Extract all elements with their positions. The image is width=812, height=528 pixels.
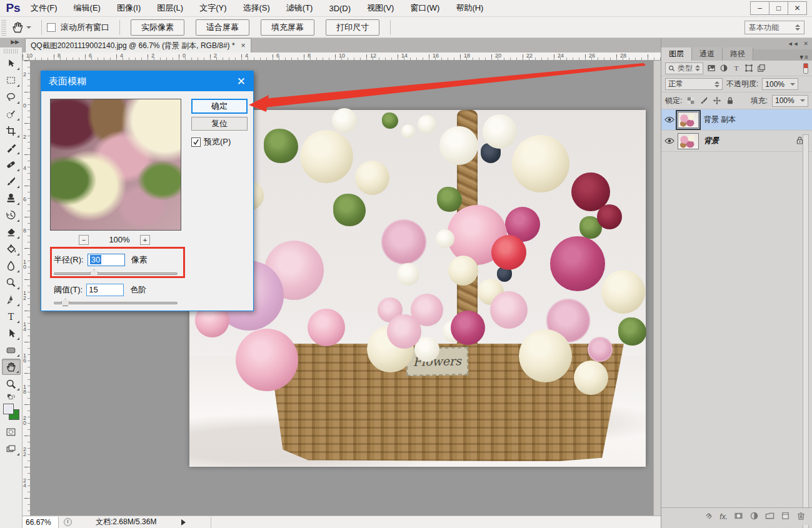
menu-9[interactable]: 窗口(W) bbox=[402, 0, 448, 17]
paint-bucket-tool[interactable] bbox=[2, 241, 21, 257]
delete-layer-icon[interactable] bbox=[796, 511, 806, 522]
hand-tool[interactable] bbox=[2, 359, 21, 375]
brush-tool[interactable] bbox=[2, 173, 21, 189]
menu-3[interactable]: 图层(L) bbox=[149, 0, 191, 17]
clone-stamp-tool[interactable] bbox=[2, 190, 21, 206]
dialog-close-icon[interactable]: ✕ bbox=[237, 75, 246, 88]
layer-row-background[interactable]: 背景 bbox=[661, 131, 812, 152]
add-mask-icon[interactable] bbox=[734, 511, 743, 522]
screen-mode-button[interactable] bbox=[2, 441, 21, 457]
menu-10[interactable]: 帮助(H) bbox=[448, 0, 491, 17]
threshold-slider[interactable] bbox=[54, 299, 178, 306]
quick-mask-button[interactable] bbox=[2, 424, 21, 440]
fill-combo[interactable]: 100% bbox=[772, 95, 808, 107]
preview-checkbox-row[interactable]: 预览(P) bbox=[191, 136, 231, 147]
menu-0[interactable]: 文件(F) bbox=[23, 0, 66, 17]
move-tool[interactable] bbox=[2, 55, 21, 71]
zoom-tool[interactable] bbox=[2, 376, 21, 392]
opacity-combo[interactable]: 100% bbox=[762, 78, 798, 90]
tools-grip[interactable] bbox=[4, 49, 18, 54]
eraser-tool[interactable] bbox=[2, 224, 21, 240]
pen-tool[interactable] bbox=[2, 291, 21, 307]
panel-menu-icon[interactable]: ▼≡ bbox=[798, 54, 808, 61]
minimize-button[interactable]: – bbox=[750, 1, 769, 15]
blur-preview-thumbnail[interactable] bbox=[50, 99, 181, 231]
dialog-titlebar[interactable]: 表面模糊 ✕ bbox=[41, 71, 253, 91]
shape-tool[interactable] bbox=[2, 342, 21, 358]
threshold-slider-thumb[interactable] bbox=[61, 299, 69, 306]
lasso-tool[interactable] bbox=[2, 89, 21, 105]
filter-toggle-switch[interactable] bbox=[803, 63, 808, 74]
filter-kind-combo[interactable]: 类型 bbox=[665, 62, 703, 74]
panel-close-icon[interactable]: ✕ bbox=[803, 41, 808, 47]
document-tab[interactable]: QQ截图20201119002140.jpg @ 66.7% (背景 副本, R… bbox=[25, 38, 251, 52]
lock-position-icon[interactable] bbox=[713, 96, 721, 105]
filter-type-layers-icon[interactable]: T bbox=[732, 64, 741, 72]
swap-colors-icon[interactable] bbox=[7, 394, 16, 401]
workspace-selector[interactable]: 基本功能 bbox=[744, 21, 804, 34]
layer-visibility-toggle[interactable] bbox=[661, 116, 678, 123]
layer-name[interactable]: 背景 副本 bbox=[704, 114, 736, 125]
actual-pixels-button[interactable]: 实际像素 bbox=[131, 19, 184, 36]
layer-thumbnail[interactable] bbox=[678, 133, 699, 149]
threshold-slider-track[interactable] bbox=[54, 302, 178, 304]
menu-7[interactable]: 3D(D) bbox=[321, 0, 359, 17]
fit-screen-button[interactable]: 适合屏幕 bbox=[196, 19, 249, 36]
spot-healing-tool[interactable] bbox=[2, 156, 21, 172]
path-selection-tool[interactable] bbox=[2, 325, 21, 341]
blur-tool[interactable] bbox=[2, 257, 21, 274]
preview-checkbox[interactable] bbox=[191, 137, 201, 147]
options-grip[interactable] bbox=[1, 19, 6, 36]
preview-zoom-in-button[interactable]: + bbox=[140, 235, 150, 245]
layer-row-background-copy[interactable]: 背景 副本 bbox=[661, 109, 812, 131]
hand-tool-preset[interactable] bbox=[11, 21, 31, 34]
zoom-level-field[interactable]: 66.67% bbox=[23, 517, 59, 528]
lock-pixels-icon[interactable] bbox=[699, 96, 708, 105]
tab-layers[interactable]: 图层 bbox=[661, 47, 692, 61]
layers-scrollbar[interactable] bbox=[803, 134, 809, 528]
tools-collapse-button[interactable]: ▶▶ bbox=[0, 38, 22, 47]
layer-name[interactable]: 背景 bbox=[704, 136, 719, 146]
ok-button[interactable]: 确定 bbox=[191, 99, 248, 114]
lock-transparency-icon[interactable] bbox=[686, 96, 695, 105]
layer-thumbnail[interactable] bbox=[678, 112, 699, 128]
layer-visibility-toggle[interactable] bbox=[661, 137, 678, 144]
rect-marquee-tool[interactable] bbox=[2, 72, 21, 88]
scroll-all-windows-checkbox[interactable] bbox=[47, 23, 56, 32]
dodge-tool[interactable] bbox=[2, 274, 21, 291]
collapse-panels-icon[interactable]: ◄◄ bbox=[788, 41, 799, 47]
new-layer-icon[interactable] bbox=[781, 511, 790, 522]
reset-button[interactable]: 复位 bbox=[191, 117, 248, 131]
status-menu-arrow[interactable] bbox=[181, 519, 186, 526]
new-group-icon[interactable] bbox=[765, 511, 774, 522]
quick-selection-tool[interactable] bbox=[2, 106, 21, 122]
menu-1[interactable]: 编辑(E) bbox=[66, 0, 109, 17]
tab-paths[interactable]: 路径 bbox=[723, 47, 753, 61]
type-tool[interactable]: T bbox=[2, 308, 21, 324]
close-button[interactable]: ✕ bbox=[788, 1, 807, 15]
link-layers-icon[interactable] bbox=[704, 511, 713, 522]
canvas-vertical-scrollbar[interactable] bbox=[653, 61, 661, 516]
history-brush-tool[interactable] bbox=[2, 207, 21, 223]
menu-8[interactable]: 视图(V) bbox=[359, 0, 402, 17]
preview-zoom-out-button[interactable]: − bbox=[79, 235, 89, 245]
threshold-input[interactable]: 15 bbox=[86, 284, 124, 296]
document-tab-close-icon[interactable]: × bbox=[241, 41, 246, 50]
filter-shape-layers-icon[interactable] bbox=[744, 64, 753, 72]
crop-tool[interactable] bbox=[2, 122, 21, 139]
preset-dropdown-arrow[interactable] bbox=[26, 26, 31, 29]
tab-channels[interactable]: 通道 bbox=[692, 47, 723, 61]
maximize-button[interactable]: □ bbox=[769, 1, 788, 15]
eyedropper-tool[interactable] bbox=[2, 139, 21, 156]
fill-screen-button[interactable]: 填充屏幕 bbox=[261, 19, 314, 36]
layer-style-icon[interactable]: fx. bbox=[719, 512, 728, 521]
menu-2[interactable]: 图像(I) bbox=[109, 0, 149, 17]
print-size-button[interactable]: 打印尺寸 bbox=[326, 19, 379, 36]
lock-all-icon[interactable] bbox=[726, 96, 734, 105]
menu-6[interactable]: 滤镜(T) bbox=[278, 0, 321, 17]
menu-5[interactable]: 选择(S) bbox=[234, 0, 278, 17]
filter-pixel-layers-icon[interactable] bbox=[707, 64, 716, 72]
filter-smart-objects-icon[interactable] bbox=[757, 64, 766, 72]
blend-mode-combo[interactable]: 正常 bbox=[665, 78, 723, 90]
filter-adjustment-layers-icon[interactable] bbox=[719, 64, 728, 72]
